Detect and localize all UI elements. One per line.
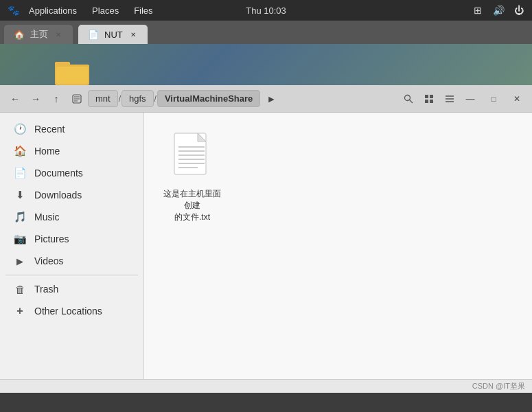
sidebar-label-home: Home (34, 146, 60, 157)
sidebar: 🕐 Recent 🏠 Home 📄 Documents ⬇ Downloads … (0, 113, 144, 379)
close-button[interactable]: ✕ (507, 89, 527, 108)
power-icon[interactable]: ⏻ (513, 4, 525, 16)
downloads-icon: ⬇ (14, 189, 26, 201)
breadcrumb-mnt[interactable]: mnt (88, 90, 118, 107)
view-grid-button[interactable] (419, 89, 439, 108)
sidebar-label-downloads: Downloads (34, 190, 82, 201)
sidebar-label-trash: Trash (34, 284, 58, 295)
svg-rect-3 (56, 67, 88, 84)
svg-rect-12 (425, 100, 428, 103)
trash-icon: 🗑 (14, 283, 26, 295)
svg-rect-13 (430, 100, 433, 103)
sidebar-label-videos: Videos (34, 255, 64, 266)
sidebar-item-home[interactable]: 🏠 Home (3, 140, 141, 162)
videos-icon: ▶ (14, 255, 26, 267)
sidebar-label-music: Music (34, 211, 60, 222)
svg-point-8 (405, 95, 410, 100)
sidebar-divider (5, 275, 138, 275)
svg-rect-10 (425, 95, 428, 98)
window-controls: — □ ✕ (461, 89, 527, 108)
system-bar: 🐾 Applications Places Files Thu 10:03 ⊞ … (0, 0, 532, 21)
file-icon (170, 132, 214, 184)
tab-bar: 🏠 主页 ✕ 📄 NUT ✕ (0, 21, 532, 44)
breadcrumb-sep-2: / (154, 94, 157, 104)
forward-button[interactable]: → (26, 89, 45, 108)
home-icon: 🏠 (14, 145, 26, 157)
history-button[interactable] (67, 89, 86, 108)
gnome-icon: 🐾 (7, 4, 19, 16)
minimize-button[interactable]: — (461, 89, 480, 108)
banner (0, 44, 532, 85)
places-menu[interactable]: Places (86, 3, 124, 18)
banner-folder-icon (55, 59, 89, 85)
nut-tab-label: NUT (104, 30, 123, 40)
network-icon[interactable]: ⊞ (472, 4, 484, 16)
file-name: 这是在主机里面创建的文件.txt (163, 188, 221, 222)
sidebar-label-other-locations: Other Locations (34, 306, 102, 317)
home-tab-close[interactable]: ✕ (54, 30, 63, 39)
sidebar-label-pictures: Pictures (34, 233, 69, 244)
file-item[interactable]: 这是在主机里面创建的文件.txt (158, 126, 227, 228)
sidebar-item-documents[interactable]: 📄 Documents (3, 162, 141, 184)
status-bar: CSDN @IT坚果 (0, 379, 532, 393)
sidebar-label-recent: Recent (34, 124, 65, 135)
tab-nut[interactable]: 📄 NUT ✕ (78, 25, 148, 44)
system-tray: ⊞ 🔊 ⏻ (472, 4, 525, 16)
tab-home[interactable]: 🏠 主页 ✕ (4, 25, 73, 44)
view-list-button[interactable] (440, 89, 459, 108)
sidebar-label-documents: Documents (34, 168, 83, 179)
toolbar-right: — □ ✕ (399, 89, 527, 108)
pictures-icon: 📷 (14, 233, 26, 245)
sidebar-item-other-locations[interactable]: + Other Locations (3, 300, 141, 322)
file-area: 这是在主机里面创建的文件.txt (144, 113, 532, 379)
applications-menu[interactable]: Applications (23, 3, 82, 18)
nut-tab-close[interactable]: ✕ (128, 30, 138, 39)
sidebar-item-trash[interactable]: 🗑 Trash (3, 278, 141, 300)
other-locations-icon: + (14, 305, 26, 317)
parent-folder-button[interactable]: ↑ (47, 89, 66, 108)
system-bar-left: 🐾 Applications Places Files (7, 3, 159, 18)
home-tab-icon: 🏠 (14, 29, 25, 40)
sidebar-item-recent[interactable]: 🕐 Recent (3, 118, 141, 140)
breadcrumb: mnt / hgfs / VirtualMachineShare ► (88, 89, 397, 108)
maximize-button[interactable]: □ (484, 89, 503, 108)
sidebar-item-downloads[interactable]: ⬇ Downloads (3, 184, 141, 206)
svg-line-9 (410, 100, 413, 103)
sidebar-item-videos[interactable]: ▶ Videos (3, 250, 141, 272)
search-button[interactable] (399, 89, 418, 108)
breadcrumb-expand-button[interactable]: ► (262, 89, 281, 108)
watermark: CSDN @IT坚果 (472, 381, 525, 391)
files-menu[interactable]: Files (128, 3, 158, 18)
breadcrumb-sep-1: / (119, 94, 121, 104)
sidebar-item-music[interactable]: 🎵 Music (3, 206, 141, 228)
main-area: 🕐 Recent 🏠 Home 📄 Documents ⬇ Downloads … (0, 113, 532, 379)
recent-icon: 🕐 (14, 123, 26, 135)
toolbar: ← → ↑ mnt / hgfs / VirtualMachineShare ►… (0, 85, 532, 113)
nut-tab-icon: 📄 (88, 29, 99, 40)
system-clock: Thu 10:03 (246, 5, 286, 16)
home-tab-label: 主页 (30, 28, 48, 41)
svg-rect-11 (430, 95, 433, 98)
back-button[interactable]: ← (5, 89, 25, 108)
music-icon: 🎵 (14, 211, 26, 223)
svg-rect-2 (55, 62, 70, 67)
breadcrumb-vmshare[interactable]: VirtualMachineShare (157, 90, 260, 107)
sidebar-item-pictures[interactable]: 📷 Pictures (3, 228, 141, 250)
documents-icon: 📄 (14, 167, 26, 179)
volume-icon[interactable]: 🔊 (492, 4, 505, 16)
breadcrumb-hgfs[interactable]: hgfs (122, 90, 154, 107)
